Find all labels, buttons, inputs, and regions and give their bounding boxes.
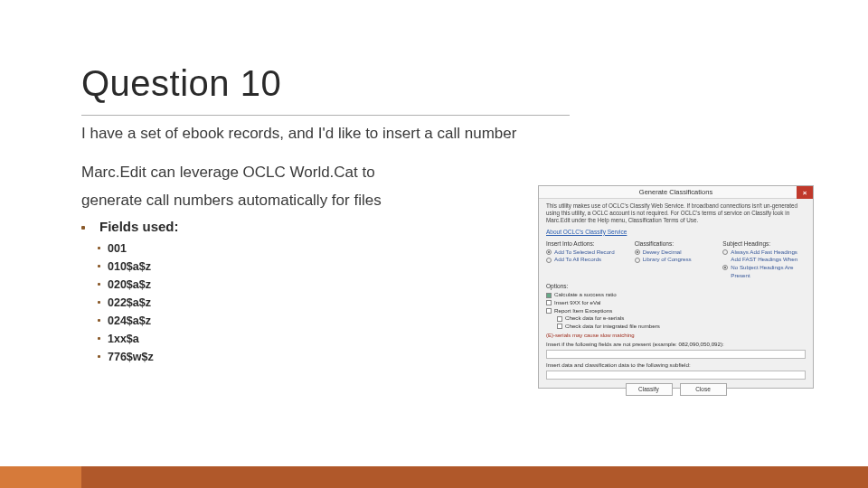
bullet-icon [98, 283, 100, 286]
check-integrated[interactable]: Check data for integrated file numbers [557, 323, 806, 331]
field-item-label: 1xx$a [108, 330, 139, 348]
dialog-titlebar[interactable]: Generate Classifications × [539, 186, 813, 199]
bullet-icon [98, 355, 100, 358]
classify-button[interactable]: Classify [626, 383, 673, 396]
field-item-label: 022$a$z [108, 294, 151, 312]
radio-add-all[interactable]: Add To All Records [546, 256, 629, 264]
body-line-1: Marc.Edit can leverage OCLC World.Cat to [81, 163, 425, 183]
radio-fast-when-none[interactable]: Add FAST Headings When No Subject Headin… [722, 256, 806, 279]
note-fields-not-present: Insert if the following fields are not p… [546, 341, 806, 347]
bullet-icon [98, 319, 100, 322]
dialog-description: This utility makes use of OCLC's Classif… [546, 202, 806, 225]
radio-always-fast[interactable]: Always Add Fast Headings [722, 249, 806, 257]
check-insert-9xx[interactable]: Insert 9XX for eVal [546, 299, 806, 307]
bullet-icon [98, 265, 100, 267]
bullet-icon [98, 247, 100, 249]
fields-not-present-input[interactable] [546, 350, 806, 359]
body-line-2: generate call numbers automatically for … [81, 191, 425, 211]
check-eserials[interactable]: Check data for e-serials [557, 314, 806, 323]
subfield-input[interactable] [546, 371, 806, 380]
note-subfield: Insert data and classification data to t… [546, 361, 806, 368]
bullet-icon [81, 226, 85, 230]
slide-title: Question 10 [81, 63, 868, 104]
insert-actions-label: Insert Into Actions: [546, 240, 629, 247]
title-divider [81, 115, 570, 116]
field-item-label: 024$a$z [108, 312, 151, 330]
radio-add-selected[interactable]: Add To Selected Record [546, 249, 629, 257]
classifications-label: Classifications: [635, 240, 718, 247]
bullet-icon [98, 301, 100, 304]
dialog-title: Generate Classifications [639, 188, 712, 196]
field-item-label: 001 [108, 239, 127, 258]
about-classify-link[interactable]: About OCLC's Classify Service [546, 229, 806, 235]
footer-bar [0, 466, 868, 488]
bullet-icon [98, 337, 100, 340]
fields-used-label: Fields used: [99, 219, 179, 234]
dialog-warning: (E)-serials may cause slow matching [546, 333, 806, 338]
radio-loc[interactable]: Library of Congress [635, 256, 718, 264]
classify-dialog: Generate Classifications × This utility … [538, 185, 814, 389]
check-report-exceptions[interactable]: Report Item Exceptions [546, 307, 806, 315]
radio-dewey[interactable]: Dewey Decimal [635, 249, 718, 257]
slide-subtitle: I have a set of ebook records, and I'd l… [81, 125, 868, 143]
check-success-ratio[interactable]: Calculate a success ratio [546, 291, 806, 299]
field-item-label: 010$a$z [108, 258, 151, 276]
field-item-label: 020$a$z [108, 276, 151, 294]
subject-headings-label: Subject Headings: [722, 240, 806, 247]
close-icon[interactable]: × [797, 186, 813, 199]
field-item-label: 776$w$z [108, 348, 154, 366]
close-button[interactable]: Close [680, 383, 727, 396]
options-label: Options: [546, 283, 806, 289]
